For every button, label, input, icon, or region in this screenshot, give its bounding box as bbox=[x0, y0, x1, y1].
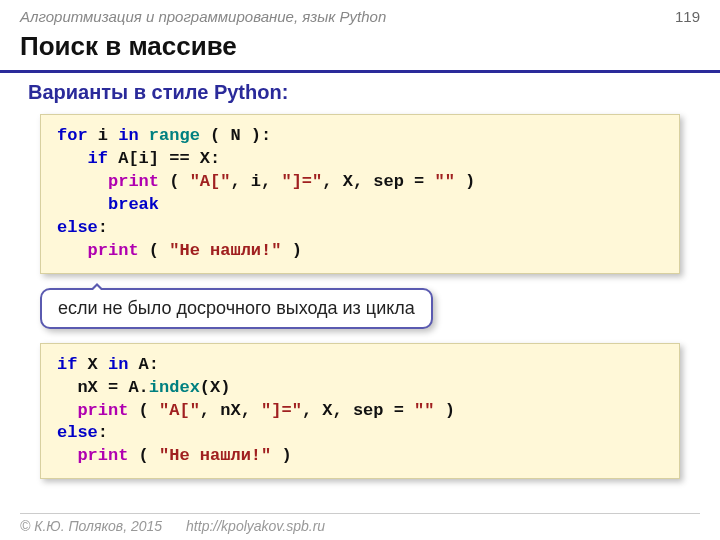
callout-text: если не было досрочного выхода из цикла bbox=[58, 298, 415, 318]
kw: else bbox=[57, 423, 98, 442]
kw: break bbox=[57, 195, 159, 214]
t: ) bbox=[281, 241, 301, 260]
header: Алгоритмизация и программирование, язык … bbox=[0, 0, 720, 27]
copyright: © К.Ю. Поляков, 2015 bbox=[20, 518, 162, 534]
callout-box: если не было досрочного выхода из цикла bbox=[40, 288, 433, 329]
t: A: bbox=[128, 355, 159, 374]
fn: range bbox=[149, 126, 200, 145]
page-number: 119 bbox=[675, 8, 700, 25]
t: (X) bbox=[200, 378, 231, 397]
str: "A[" bbox=[159, 401, 200, 420]
t: ( bbox=[139, 241, 170, 260]
fn: index bbox=[149, 378, 200, 397]
str: "" bbox=[414, 401, 434, 420]
code-block-2: if X in A: nX = A.index(X) print ( "A[",… bbox=[40, 343, 680, 480]
t: , nX, bbox=[200, 401, 261, 420]
t: A[i] == X: bbox=[108, 149, 220, 168]
t: ) bbox=[435, 401, 455, 420]
footer-url: http://kpolyakov.spb.ru bbox=[186, 518, 325, 534]
fn: print bbox=[57, 241, 139, 260]
t: ) bbox=[271, 446, 291, 465]
str: "Не нашли!" bbox=[169, 241, 281, 260]
kw: else bbox=[57, 218, 98, 237]
str: "]=" bbox=[281, 172, 322, 191]
str: "Не нашли!" bbox=[159, 446, 271, 465]
page-title: Поиск в массиве bbox=[0, 27, 720, 73]
str: "" bbox=[435, 172, 455, 191]
t: X bbox=[77, 355, 108, 374]
t: ) bbox=[455, 172, 475, 191]
t: ( bbox=[128, 446, 159, 465]
fn: print bbox=[57, 172, 159, 191]
topic-text: Алгоритмизация и программирование, язык … bbox=[20, 8, 386, 25]
t: nX = A. bbox=[57, 378, 149, 397]
kw: if bbox=[57, 355, 77, 374]
kw: if bbox=[57, 149, 108, 168]
callout-wrap: если не было досрочного выхода из цикла bbox=[40, 288, 720, 329]
footer: © К.Ю. Поляков, 2015 http://kpolyakov.sp… bbox=[20, 513, 700, 534]
t: ( N ): bbox=[200, 126, 271, 145]
t: , X, sep = bbox=[322, 172, 434, 191]
t bbox=[139, 126, 149, 145]
fn: print bbox=[57, 401, 128, 420]
subtitle: Варианты в стиле Python: bbox=[0, 73, 720, 112]
t: : bbox=[98, 423, 108, 442]
code-block-1: for i in range ( N ): if A[i] == X: prin… bbox=[40, 114, 680, 274]
t: ( bbox=[128, 401, 159, 420]
kw: in bbox=[108, 355, 128, 374]
t: , i, bbox=[230, 172, 281, 191]
t: i bbox=[88, 126, 119, 145]
t: , X, sep = bbox=[302, 401, 414, 420]
str: "]=" bbox=[261, 401, 302, 420]
fn: print bbox=[57, 446, 128, 465]
kw: for bbox=[57, 126, 88, 145]
kw: in bbox=[118, 126, 138, 145]
str: "A[" bbox=[190, 172, 231, 191]
t: : bbox=[98, 218, 108, 237]
t: ( bbox=[159, 172, 190, 191]
